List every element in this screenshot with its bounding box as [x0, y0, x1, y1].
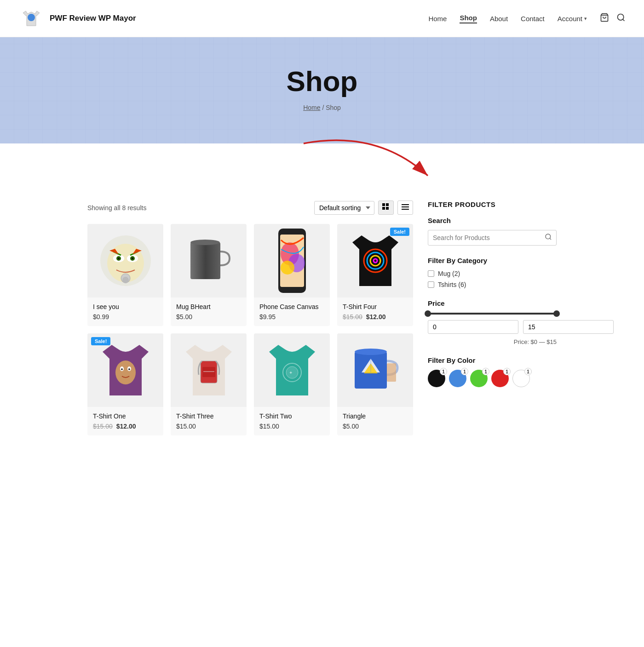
nav-home[interactable]: Home	[428, 15, 447, 23]
category-label-mug: Mug (2)	[438, 270, 460, 277]
price-range-text: Price: $0 — $15	[428, 338, 557, 345]
category-label-tshirts: Tshirts (6)	[438, 281, 466, 288]
price-max-input[interactable]	[523, 320, 614, 334]
color-blue-wrap: 1	[449, 370, 466, 387]
logo-icon	[18, 6, 44, 31]
filter-title: FILTER PRODUCTS	[428, 200, 557, 208]
sort-select[interactable]: Default sorting	[314, 201, 374, 215]
product-price: $5.00	[176, 313, 241, 321]
svg-point-31	[281, 261, 294, 275]
svg-rect-8	[382, 207, 385, 210]
svg-rect-53	[387, 363, 396, 382]
svg-rect-10	[402, 204, 409, 205]
product-card[interactable]: Triangle $5.00	[337, 333, 413, 435]
color-blue-count: 1	[461, 368, 468, 375]
nav-icons	[600, 13, 626, 24]
price-slider-max-thumb[interactable]	[553, 310, 560, 317]
product-price: $15.00 $12.00	[93, 423, 158, 430]
svg-point-39	[121, 368, 123, 370]
svg-point-40	[128, 368, 130, 370]
product-card[interactable]: Sale! T-Shirt One	[87, 333, 163, 435]
price-original: $15.00	[93, 423, 113, 430]
hero-section: Shop Home / Shop	[0, 37, 644, 143]
product-image	[171, 224, 247, 298]
search-section-title: Search	[428, 217, 557, 224]
product-name: T-Shirt One	[93, 412, 158, 420]
search-button[interactable]	[616, 13, 626, 24]
product-info: T-Shirt One $15.00 $12.00	[87, 407, 163, 435]
product-grid: I see you $0.99	[87, 224, 413, 435]
product-image	[337, 333, 413, 407]
nav-account[interactable]: Account	[558, 15, 582, 23]
filter-category-section: Filter By Category Mug (2) Tshirts (6)	[428, 257, 557, 288]
product-name: I see you	[93, 303, 158, 310]
nav-account-wrapper[interactable]: Account ▾	[558, 15, 587, 23]
product-card[interactable]: Sale! T-Shirt Four $15.00 $1	[337, 224, 413, 326]
color-white-wrap: 1	[512, 370, 530, 387]
logo-area[interactable]: PWF Review WP Mayor	[18, 6, 136, 31]
product-card[interactable]: Mug BHeart $5.00	[171, 224, 247, 326]
product-card[interactable]: I see you $0.99	[87, 224, 163, 326]
svg-point-36	[115, 361, 136, 384]
color-green-count: 1	[482, 368, 489, 375]
breadcrumb-home[interactable]: Home	[303, 104, 320, 111]
price-sale: $12.00	[366, 313, 386, 321]
product-info: T-Shirt Two $15.00	[254, 407, 330, 435]
nav-contact[interactable]: Contact	[521, 15, 545, 23]
product-name: T-Shirt Three	[176, 412, 241, 420]
price-slider-track	[428, 313, 557, 315]
svg-point-19	[118, 258, 120, 259]
sale-badge-left: Sale!	[91, 337, 110, 345]
grid-view-icon	[382, 203, 390, 211]
category-item-mug[interactable]: Mug (2)	[428, 270, 557, 277]
search-box	[428, 230, 557, 246]
product-search-input[interactable]	[428, 230, 557, 246]
account-chevron-icon: ▾	[584, 16, 587, 22]
search-input-icon	[545, 233, 552, 242]
product-name: T-Shirt Four	[343, 303, 408, 310]
category-checkbox-tshirts[interactable]	[428, 281, 434, 288]
site-header: PWF Review WP Mayor Home Shop About Cont…	[0, 0, 644, 37]
color-red-wrap: 1	[491, 370, 509, 387]
nav-shop[interactable]: Shop	[460, 14, 477, 23]
products-section: Showing all 8 results Default sorting	[87, 200, 413, 435]
cart-button[interactable]	[600, 13, 609, 24]
product-info: Phone Case Canvas $9.95	[254, 298, 330, 326]
product-info: Triangle $5.00	[337, 407, 413, 435]
product-image	[171, 333, 247, 407]
sale-badge: Sale!	[390, 228, 409, 236]
price-slider-min-thumb[interactable]	[425, 310, 431, 317]
price-min-input[interactable]	[428, 320, 518, 334]
product-name: Mug BHeart	[176, 303, 241, 310]
price-original: $15.00	[343, 313, 362, 321]
product-card[interactable]: Phone Case Canvas $9.95	[254, 224, 330, 326]
site-title: PWF Review WP Mayor	[50, 14, 136, 23]
product-card[interactable]: ✦ T-Shirt Two $15.00	[254, 333, 330, 435]
main-content: Showing all 8 results Default sorting	[69, 189, 575, 454]
category-checkbox-mug[interactable]	[428, 270, 434, 277]
filter-price-section: Price Price: $0 — $15	[428, 299, 557, 345]
price-section-title: Price	[428, 299, 557, 307]
nav-about[interactable]: About	[490, 15, 508, 23]
list-view-icon	[402, 203, 409, 211]
svg-text:✦: ✦	[289, 370, 293, 375]
product-image	[254, 224, 330, 298]
product-price: $15.00	[259, 423, 324, 430]
filter-search-section: Search	[428, 217, 557, 246]
color-red-count: 1	[503, 368, 511, 375]
filter-color-section: Filter By Color 1 1 1 1	[428, 356, 557, 387]
svg-rect-24	[190, 242, 220, 279]
breadcrumb-separator: / Shop	[322, 104, 340, 111]
product-name: T-Shirt Two	[259, 412, 324, 420]
product-card[interactable]: T-Shirt Three $15.00	[171, 333, 247, 435]
category-item-tshirts[interactable]: Tshirts (6)	[428, 281, 557, 288]
svg-point-25	[190, 240, 220, 245]
product-name: Triangle	[343, 412, 408, 420]
product-price: $15.00	[176, 423, 241, 430]
list-view-button[interactable]	[397, 200, 413, 215]
svg-point-3	[618, 14, 624, 20]
product-price: $9.95	[259, 313, 324, 321]
grid-view-button[interactable]	[378, 200, 394, 215]
product-info: T-Shirt Four $15.00 $12.00	[337, 298, 413, 326]
sidebar: FILTER PRODUCTS Search Filter By Categor…	[428, 200, 557, 435]
